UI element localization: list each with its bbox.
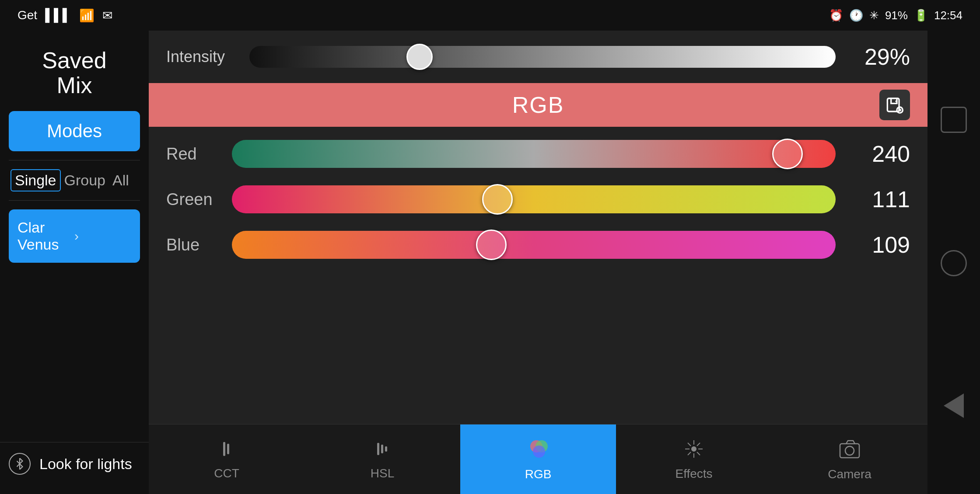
back-nav-button[interactable] <box>944 393 964 418</box>
blue-thumb[interactable] <box>476 230 507 260</box>
sidebar-title: SavedMix <box>0 39 149 111</box>
svg-rect-7 <box>377 443 379 455</box>
intensity-label: Intensity <box>166 48 236 66</box>
hsl-label: HSL <box>371 466 394 480</box>
mail-icon: ✉ <box>102 8 112 23</box>
blue-slider-row: Blue 109 <box>166 231 910 259</box>
tab-effects[interactable]: Effects <box>616 424 772 494</box>
svg-point-23 <box>845 446 854 455</box>
hsl-icon <box>372 438 393 463</box>
effects-label: Effects <box>675 467 712 481</box>
red-value: 240 <box>849 141 910 167</box>
sidebar-divider-2 <box>9 200 140 201</box>
svg-rect-6 <box>227 444 229 454</box>
intensity-thumb[interactable] <box>406 44 433 70</box>
wifi-icon: 📶 <box>79 8 94 23</box>
filter-tabs: Single Group All <box>0 169 149 191</box>
green-label: Green <box>166 190 219 209</box>
status-bar: Get ▌▌▌ 📶 ✉ ⏰ 🕐 ✳ 91% 🔋 12:54 <box>0 0 980 31</box>
filter-tab-all[interactable]: All <box>109 170 133 191</box>
sliders-section: Red 240 Green 111 Blue 109 <box>149 127 928 424</box>
device-item[interactable]: Clar Venus › <box>9 209 140 263</box>
battery-icon: 🔋 <box>914 9 928 22</box>
svg-line-17 <box>688 443 691 446</box>
status-left: Get ▌▌▌ 📶 ✉ <box>18 8 112 23</box>
carrier-label: Get <box>18 8 37 22</box>
svg-point-12 <box>533 445 545 458</box>
blue-value: 109 <box>849 232 910 258</box>
cct-label: CCT <box>214 466 239 480</box>
blue-slider[interactable] <box>232 231 836 259</box>
intensity-row: Intensity 29% <box>149 31 928 83</box>
sidebar: SavedMix Modes Single Group All Clar Ven… <box>0 31 149 494</box>
red-label: Red <box>166 145 219 164</box>
intensity-slider[interactable] <box>249 46 836 68</box>
tab-bar: CCT HSL <box>149 424 928 494</box>
tab-rgb[interactable]: RGB <box>460 424 616 494</box>
red-slider[interactable] <box>232 140 836 168</box>
rgb-label: RGB <box>525 467 552 481</box>
alarm-icon: ⏰ <box>829 9 843 22</box>
rgb-header-label: RGB <box>512 92 564 118</box>
svg-line-20 <box>688 452 691 455</box>
rgb-icon <box>527 438 550 464</box>
right-nav <box>928 31 980 494</box>
chevron-right-icon: › <box>74 229 131 244</box>
svg-line-19 <box>697 443 700 446</box>
red-thumb[interactable] <box>772 139 803 169</box>
battery-label: 91% <box>885 9 908 22</box>
look-for-lights-text: Look for lights <box>39 456 132 473</box>
sidebar-divider-1 <box>9 160 140 160</box>
green-thumb[interactable] <box>482 184 513 215</box>
signal-icon: ▌▌▌ <box>45 8 71 22</box>
svg-rect-9 <box>385 446 387 452</box>
blue-label: Blue <box>166 236 219 254</box>
filter-tab-group[interactable]: Group <box>61 170 109 191</box>
green-slider-row: Green 111 <box>166 185 910 213</box>
green-slider[interactable] <box>232 185 836 213</box>
bluetooth-icon <box>9 453 31 475</box>
svg-rect-8 <box>381 445 383 453</box>
tab-cct[interactable]: CCT <box>149 424 304 494</box>
circle-nav-button[interactable] <box>941 250 967 276</box>
status-right: ⏰ 🕐 ✳ 91% 🔋 12:54 <box>829 9 962 22</box>
square-nav-button[interactable] <box>941 107 967 133</box>
clock-icon: 🕐 <box>849 9 863 22</box>
modes-button[interactable]: Modes <box>9 111 140 151</box>
tab-camera[interactable]: Camera <box>772 424 928 494</box>
camera-label: Camera <box>828 467 872 481</box>
main-panel: Intensity 29% RGB <box>149 31 928 494</box>
time-label: 12:54 <box>934 9 962 22</box>
red-slider-row: Red 240 <box>166 140 910 168</box>
effects-icon <box>683 438 705 463</box>
intensity-value: 29% <box>849 44 910 70</box>
green-value: 111 <box>849 186 910 212</box>
device-name: Clar Venus <box>18 219 74 253</box>
rgb-header: RGB <box>149 83 928 127</box>
svg-rect-5 <box>223 442 225 456</box>
svg-point-21 <box>692 447 696 451</box>
main-layout: SavedMix Modes Single Group All Clar Ven… <box>0 31 980 494</box>
bluetooth-icon: ✳ <box>869 9 879 22</box>
cct-icon <box>216 438 237 463</box>
filter-tab-single[interactable]: Single <box>10 169 61 191</box>
tab-hsl[interactable]: HSL <box>304 424 460 494</box>
camera-icon <box>838 438 861 464</box>
save-preset-button[interactable] <box>879 90 910 120</box>
svg-line-18 <box>697 452 700 455</box>
look-for-lights-row[interactable]: Look for lights <box>0 442 149 485</box>
